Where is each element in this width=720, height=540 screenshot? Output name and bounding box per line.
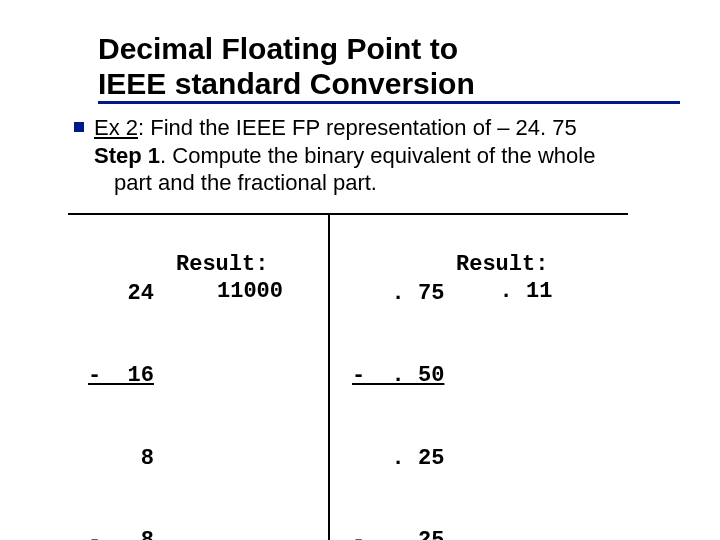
step-text-a: . Compute the binary equivalent of the w…	[160, 143, 595, 168]
title-line-2: IEEE standard Conversion	[98, 67, 475, 100]
fraction-result-value: . 11	[456, 278, 596, 306]
wn-l4: - 8	[78, 527, 154, 540]
bullet-block: Ex 2: Find the IEEE FP representation of…	[98, 114, 680, 197]
slide: Decimal Floating Point to IEEE standard …	[0, 0, 720, 540]
wn-l3: 8	[78, 445, 154, 473]
whole-part-column: 24 - 16 8 - 8 0	[68, 215, 158, 541]
fn-l1: . 75	[352, 280, 446, 308]
title-line-1: Decimal Floating Point to	[98, 32, 458, 65]
wn-l1: 24	[78, 280, 154, 308]
ex-text: : Find the IEEE FP representation of – 2…	[138, 115, 577, 140]
ex-label: Ex 2	[94, 115, 138, 140]
whole-result-label: Result:	[176, 251, 324, 279]
work-area: 24 - 16 8 - 8 0 Result: 11000 . 75 - . 5…	[68, 213, 628, 541]
fn-l2: - . 50	[352, 362, 446, 390]
whole-result-value: 11000	[176, 278, 324, 306]
slide-title: Decimal Floating Point to IEEE standard …	[98, 32, 680, 104]
step-text-b: part and the fractional part.	[114, 170, 377, 195]
bullet-icon	[74, 122, 84, 132]
wn-l2: - 16	[78, 362, 154, 390]
step-label: Step 1	[94, 143, 160, 168]
fn-l4: - . 25	[352, 527, 446, 540]
fraction-result-label: Result:	[456, 251, 596, 279]
work-row: 24 - 16 8 - 8 0 Result: 11000 . 75 - . 5…	[68, 215, 628, 541]
fraction-result: Result: . 11	[450, 215, 600, 541]
body-text: Ex 2: Find the IEEE FP representation of…	[94, 114, 595, 197]
whole-result: Result: 11000	[158, 215, 328, 541]
fraction-part-column: . 75 - . 50 . 25 - . 25 . 0	[330, 215, 450, 541]
fn-l3: . 25	[352, 445, 446, 473]
